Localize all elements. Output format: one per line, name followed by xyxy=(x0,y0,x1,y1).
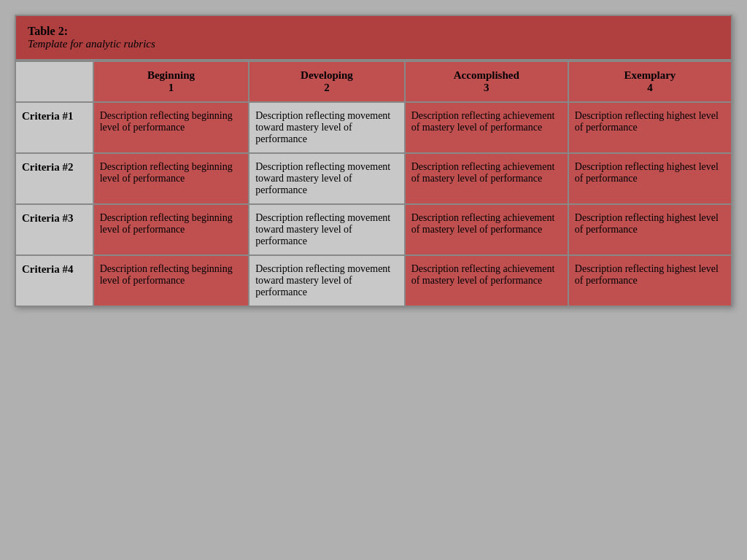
table-row: Criteria #2Description reflecting beginn… xyxy=(15,153,732,204)
criteria-cell-3: Criteria #3 xyxy=(15,204,93,255)
developing-cell-2: Description reflecting movement toward m… xyxy=(249,153,404,204)
accomplished-cell-3: Description reflecting achievement of ma… xyxy=(405,204,568,255)
exemplary-cell-3: Description reflecting highest level of … xyxy=(568,204,732,255)
header-developing: Developing 2 xyxy=(249,61,404,102)
beginning-cell-3: Description reflecting beginning level o… xyxy=(93,204,249,255)
rubric-table: Beginning 1 Developing 2 Accomplished 3 … xyxy=(15,61,732,307)
beginning-cell-2: Description reflecting beginning level o… xyxy=(93,153,249,204)
exemplary-cell-2: Description reflecting highest level of … xyxy=(568,153,732,204)
table-title: Table 2: Template for analytic rubrics xyxy=(15,15,732,61)
beginning-cell-1: Description reflecting beginning level o… xyxy=(93,102,249,153)
accomplished-cell-4: Description reflecting achievement of ma… xyxy=(405,255,568,306)
header-accomplished: Accomplished 3 xyxy=(405,61,568,102)
accomplished-cell-2: Description reflecting achievement of ma… xyxy=(405,153,568,204)
exemplary-cell-4: Description reflecting highest level of … xyxy=(568,255,732,306)
table-row: Criteria #4Description reflecting beginn… xyxy=(15,255,732,306)
developing-cell-4: Description reflecting movement toward m… xyxy=(249,255,404,306)
criteria-cell-4: Criteria #4 xyxy=(15,255,93,306)
exemplary-cell-1: Description reflecting highest level of … xyxy=(568,102,732,153)
developing-cell-3: Description reflecting movement toward m… xyxy=(249,204,404,255)
accomplished-cell-1: Description reflecting achievement of ma… xyxy=(405,102,568,153)
page-container: Table 2: Template for analytic rubrics B… xyxy=(15,15,732,307)
criteria-cell-2: Criteria #2 xyxy=(15,153,93,204)
title-line1: Table 2: xyxy=(28,25,719,38)
title-line2: Template for analytic rubrics xyxy=(28,38,719,50)
table-row: Criteria #3Description reflecting beginn… xyxy=(15,204,732,255)
header-beginning: Beginning 1 xyxy=(93,61,249,102)
table-row: Criteria #1Description reflecting beginn… xyxy=(15,102,732,153)
header-exemplary: Exemplary 4 xyxy=(568,61,732,102)
developing-cell-1: Description reflecting movement toward m… xyxy=(249,102,404,153)
header-empty xyxy=(15,61,93,102)
beginning-cell-4: Description reflecting beginning level o… xyxy=(93,255,249,306)
criteria-cell-1: Criteria #1 xyxy=(15,102,93,153)
